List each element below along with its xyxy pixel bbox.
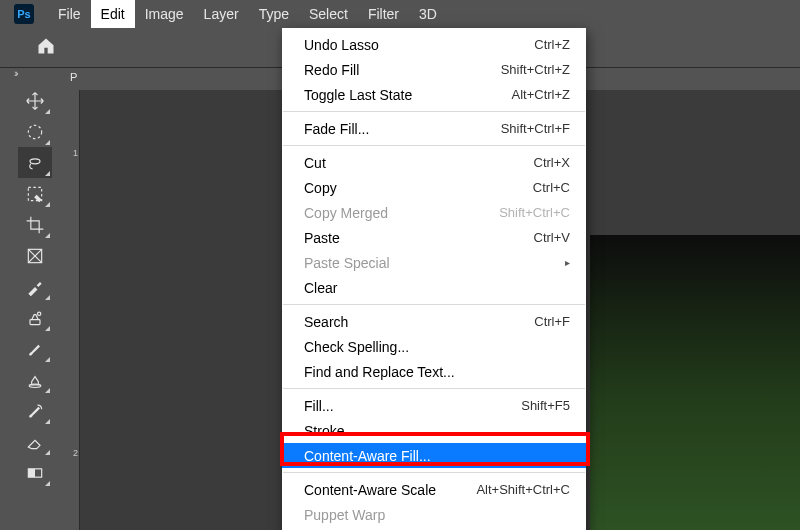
canvas-image (590, 235, 800, 530)
menu-3d[interactable]: 3D (409, 0, 447, 28)
history-brush-tool[interactable] (18, 395, 52, 426)
eyedropper-tool[interactable] (18, 271, 52, 302)
vertical-ruler: 1 2 (62, 90, 80, 530)
menuitem-puppet-warp: Puppet Warp (282, 502, 586, 527)
submenu-arrow-icon: ▸ (565, 257, 570, 268)
menuitem-redo[interactable]: Redo FillShift+Ctrl+Z (282, 57, 586, 82)
frame-tool[interactable] (18, 240, 52, 271)
edit-menu-dropdown: Undo LassoCtrl+Z Redo FillShift+Ctrl+Z T… (282, 28, 586, 530)
clone-stamp-tool[interactable] (18, 364, 52, 395)
menuitem-stroke[interactable]: Stroke... (282, 418, 586, 443)
home-icon[interactable] (36, 36, 56, 59)
menuitem-toggle-last-state[interactable]: Toggle Last StateAlt+Ctrl+Z (282, 82, 586, 107)
menuitem-search[interactable]: SearchCtrl+F (282, 309, 586, 334)
menu-file[interactable]: File (48, 0, 91, 28)
gradient-tool[interactable] (18, 457, 52, 488)
menuitem-content-aware-scale[interactable]: Content-Aware ScaleAlt+Shift+Ctrl+C (282, 477, 586, 502)
menu-separator (283, 304, 585, 305)
brush-tool[interactable] (18, 333, 52, 364)
menu-separator (283, 388, 585, 389)
eraser-tool[interactable] (18, 426, 52, 457)
menu-layer[interactable]: Layer (194, 0, 249, 28)
marquee-tool[interactable] (18, 116, 52, 147)
svg-point-0 (28, 125, 41, 138)
menuitem-copy[interactable]: CopyCtrl+C (282, 175, 586, 200)
toolbar-expand-icon[interactable]: ›› (10, 68, 62, 81)
healing-brush-tool[interactable] (18, 302, 52, 333)
app-logo: Ps (14, 4, 34, 24)
quick-select-tool[interactable] (18, 178, 52, 209)
menu-edit[interactable]: Edit (91, 0, 135, 28)
menu-image[interactable]: Image (135, 0, 194, 28)
crop-tool[interactable] (18, 209, 52, 240)
menuitem-find-replace[interactable]: Find and Replace Text... (282, 359, 586, 384)
menu-filter[interactable]: Filter (358, 0, 409, 28)
tools-toolbar (16, 81, 54, 488)
menuitem-undo[interactable]: Undo LassoCtrl+Z (282, 32, 586, 57)
menuitem-fill[interactable]: Fill...Shift+F5 (282, 393, 586, 418)
menuitem-check-spelling[interactable]: Check Spelling... (282, 334, 586, 359)
svg-rect-3 (30, 319, 40, 324)
svg-point-5 (29, 384, 41, 387)
menu-separator (283, 145, 585, 146)
menuitem-paste[interactable]: PasteCtrl+V (282, 225, 586, 250)
toolbar-container: ›› (10, 68, 62, 488)
menu-type[interactable]: Type (249, 0, 299, 28)
lasso-tool[interactable] (18, 147, 52, 178)
svg-point-4 (38, 312, 41, 315)
menuitem-paste-special: Paste Special▸ (282, 250, 586, 275)
menu-separator (283, 111, 585, 112)
document-tab-stub[interactable]: P (70, 71, 77, 83)
top-menubar: Ps File Edit Image Layer Type Select Fil… (0, 0, 800, 28)
menuitem-fade[interactable]: Fade Fill...Shift+Ctrl+F (282, 116, 586, 141)
move-tool[interactable] (18, 85, 52, 116)
menuitem-clear[interactable]: Clear (282, 275, 586, 300)
svg-rect-7 (28, 468, 35, 476)
menuitem-copy-merged: Copy MergedShift+Ctrl+C (282, 200, 586, 225)
menuitem-cut[interactable]: CutCtrl+X (282, 150, 586, 175)
menuitem-content-aware-fill[interactable]: Content-Aware Fill... (282, 443, 586, 468)
ruler-tick: 1 (64, 148, 78, 158)
menu-select[interactable]: Select (299, 0, 358, 28)
ruler-tick: 2 (64, 448, 78, 458)
menu-separator (283, 472, 585, 473)
